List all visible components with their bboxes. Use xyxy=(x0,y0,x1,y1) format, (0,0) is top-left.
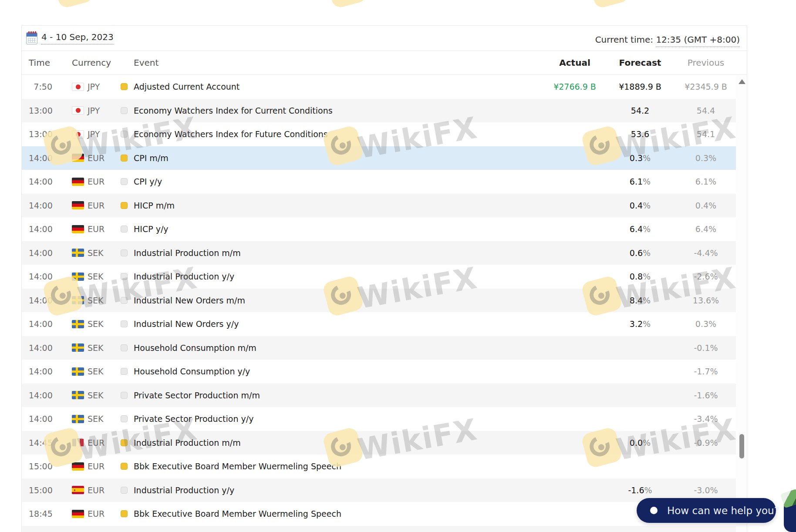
event-currency: SEK xyxy=(72,272,104,281)
currency-code: SEK xyxy=(88,319,104,329)
currency-flag-icon xyxy=(72,296,84,304)
event-name: Industrial Production m/m xyxy=(134,438,241,448)
event-time: 18:45 xyxy=(29,509,52,519)
importance-cell xyxy=(121,249,128,256)
currency-code: EUR xyxy=(88,177,105,186)
event-currency: JPY xyxy=(72,82,100,91)
event-time: 14:00 xyxy=(29,153,52,163)
importance-icon xyxy=(121,439,128,446)
importance-cell xyxy=(121,202,128,209)
importance-icon xyxy=(121,178,128,185)
event-row[interactable]: 14:00 EUR HICP m/m 0.4% 0.4% xyxy=(22,194,736,218)
importance-icon xyxy=(121,249,128,256)
importance-icon xyxy=(121,297,128,304)
importance-cell xyxy=(121,83,128,90)
header-event: Event xyxy=(134,57,159,68)
event-currency: SEK xyxy=(72,367,104,376)
event-currency: EUR xyxy=(72,461,105,471)
event-row[interactable]: 14:00 SEK Private Sector Production m/m … xyxy=(22,384,736,407)
event-currency: EUR xyxy=(72,177,105,186)
currency-code: EUR xyxy=(88,153,105,163)
currency-code: SEK xyxy=(88,343,104,353)
event-row[interactable]: 14:00 SEK Industrial Production m/m 0.6%… xyxy=(22,241,736,265)
event-time: 14:00 xyxy=(29,177,52,186)
event-time: 13:00 xyxy=(29,106,52,115)
importance-icon xyxy=(121,131,128,138)
event-name: HICP y/y xyxy=(134,224,169,234)
event-currency: SEK xyxy=(72,391,104,400)
currency-code: SEK xyxy=(88,367,104,376)
event-name: Industrial Production y/y xyxy=(134,272,234,281)
event-name: Household Consumption y/y xyxy=(134,367,250,376)
event-name: Industrial New Orders y/y xyxy=(134,319,239,329)
currency-code: EUR xyxy=(88,485,105,495)
importance-icon xyxy=(121,202,128,209)
event-currency: EUR xyxy=(72,153,105,163)
currency-flag-icon xyxy=(72,83,84,91)
timezone-selector[interactable]: 12:35 (GMT +8:00) xyxy=(656,34,740,47)
currency-flag-icon xyxy=(72,343,84,352)
event-row[interactable]: 14:45 EUR Industrial Production m/m 0.0%… xyxy=(22,431,736,455)
event-row[interactable]: 14:00 SEK Private Sector Production y/y … xyxy=(22,407,736,431)
event-name: Economy Watchers Index for Future Condit… xyxy=(134,129,328,139)
chat-help-button[interactable]: How can we help you? xyxy=(637,498,776,523)
event-currency: SEK xyxy=(72,343,104,353)
event-row[interactable]: 18:45 EUR Bbk Executive Board Member Wue… xyxy=(22,502,736,526)
importance-icon xyxy=(121,487,128,494)
event-currency: JPY xyxy=(72,106,100,115)
event-time: 14:00 xyxy=(29,248,52,258)
event-row-partial[interactable] xyxy=(22,526,736,532)
event-row[interactable]: 13:00 JPY Economy Watchers Index for Fut… xyxy=(22,122,736,146)
event-currency: SEK xyxy=(72,414,104,424)
header-previous: Previous xyxy=(662,57,749,68)
importance-icon xyxy=(121,107,128,114)
event-time: 14:00 xyxy=(29,367,52,376)
event-row[interactable]: 15:00 EUR Bbk Executive Board Member Wue… xyxy=(22,455,736,478)
scrollbar-track[interactable] xyxy=(736,75,747,532)
currency-code: EUR xyxy=(88,509,105,519)
importance-icon xyxy=(121,226,128,232)
currency-flag-icon xyxy=(72,462,84,471)
event-row[interactable]: 14:00 SEK Household Consumption m/m -0.1… xyxy=(22,336,736,360)
event-row[interactable]: 15:00 EUR Industrial Production y/y -1.6… xyxy=(22,478,736,502)
event-name: Adjusted Current Account xyxy=(134,82,239,91)
event-row[interactable]: 14:00 EUR CPI y/y 6.1% 6.1% xyxy=(22,170,736,194)
chat-status-dot-icon xyxy=(650,507,658,514)
event-name: Private Sector Production m/m xyxy=(134,391,260,400)
event-time: 14:00 xyxy=(29,414,52,424)
calendar-icon xyxy=(26,32,37,44)
header-currency: Currency xyxy=(72,57,111,68)
event-row[interactable]: 14:00 SEK Industrial New Orders m/m 8.4%… xyxy=(22,289,736,313)
event-row[interactable]: 14:00 EUR HICP y/y 6.4% 6.4% xyxy=(22,217,736,241)
economic-calendar-page: 4 - 10 Sep, 2023 Current time: 12:35 (GM… xyxy=(0,0,796,532)
currency-flag-icon xyxy=(72,510,84,518)
event-row[interactable]: 14:00 SEK Industrial New Orders y/y 3.2%… xyxy=(22,312,736,336)
currency-flag-icon xyxy=(72,225,84,233)
currency-code: EUR xyxy=(88,438,105,448)
event-name: CPI m/m xyxy=(134,153,169,163)
date-range-picker[interactable]: 4 - 10 Sep, 2023 xyxy=(26,32,114,44)
current-time: Current time: 12:35 (GMT +8:00) xyxy=(595,34,740,45)
event-row[interactable]: 14:00 EUR CPI m/m 0.3% 0.3% xyxy=(22,146,736,170)
event-row[interactable]: 7:50 JPY Adjusted Current Account ¥2766.… xyxy=(22,75,736,99)
event-currency: EUR xyxy=(72,485,105,495)
event-row[interactable]: 14:00 SEK Industrial Production y/y 0.8%… xyxy=(22,265,736,289)
importance-cell xyxy=(121,463,128,470)
event-row[interactable]: 13:00 JPY Economy Watchers Index for Cur… xyxy=(22,99,736,123)
importance-cell xyxy=(121,155,128,162)
scrollbar-up-arrow-icon[interactable] xyxy=(739,79,745,84)
importance-cell xyxy=(121,344,128,351)
scrollbar-thumb[interactable] xyxy=(739,434,744,458)
currency-code: JPY xyxy=(88,129,100,139)
importance-icon xyxy=(121,273,128,280)
currency-flag-icon xyxy=(72,106,84,114)
header-time: Time xyxy=(29,57,50,68)
event-currency: SEK xyxy=(72,319,104,329)
importance-cell xyxy=(121,273,128,280)
table-column-headers: Time Currency Event Actual Forecast Prev… xyxy=(22,51,747,75)
importance-icon xyxy=(121,392,128,399)
currency-flag-icon xyxy=(72,178,84,186)
importance-cell xyxy=(121,415,128,422)
event-row[interactable]: 14:00 SEK Household Consumption y/y -1.7… xyxy=(22,360,736,384)
importance-icon xyxy=(121,320,128,327)
